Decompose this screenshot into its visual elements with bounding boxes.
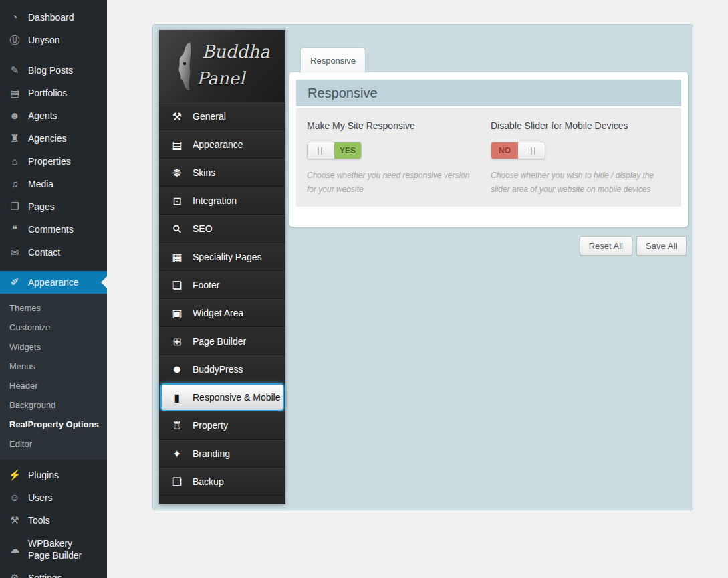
sidebar-item-pages[interactable]: ❐ Pages [0, 195, 107, 218]
panel-item-seo[interactable]: ⚲ SEO [159, 215, 285, 243]
users-icon: ☺ [8, 492, 21, 504]
lightbulb-icon: ✦ [170, 448, 184, 460]
sidebar-separator [0, 264, 107, 271]
submenu-item-customize[interactable]: Customize [0, 318, 107, 337]
sidebar-item-dashboard[interactable]: ◔ Dashboard [0, 6, 107, 29]
panel-item-label: Integration [193, 195, 237, 206]
submenu-item-menus[interactable]: Menus [0, 357, 107, 376]
panel-item-label: Backup [193, 476, 224, 487]
bank-columns-icon: ♖ [170, 419, 184, 432]
building-icon: ♜ [8, 132, 21, 144]
appearance-submenu: Themes Customize Widgets Menus Header Ba… [0, 294, 107, 460]
widget-boxes-icon: ▣ [170, 307, 184, 320]
responsive-toggle[interactable]: YES [307, 142, 362, 159]
sidebar-item-agencies[interactable]: ♜ Agencies [0, 127, 107, 150]
panel-item-footer[interactable]: ❏ Footer [159, 271, 285, 299]
panel-item-general[interactable]: ⚒ General [159, 102, 285, 130]
pages-icon: ❐ [8, 201, 21, 213]
sidebar-item-contact[interactable]: ✉ Contact [0, 241, 107, 264]
person-icon: ☻ [8, 110, 21, 122]
sidebar-item-label: Agents [28, 110, 57, 122]
panel-item-integration[interactable]: ⊡ Integration [159, 187, 285, 215]
sidebar-item-portfolios[interactable]: ▤ Portfolios [0, 82, 107, 104]
buddypress-person-icon: ☻ [170, 363, 184, 375]
buddha-face-icon [170, 41, 198, 94]
field-help-text: Choose whether you wish to hide / displa… [491, 169, 663, 197]
responsive-settings-panel: Responsive Make My Site Responsive YES C… [289, 72, 688, 227]
toggle-handle [518, 142, 545, 159]
grip-icon [529, 147, 535, 155]
settings-sliders-icon: ⚙ [8, 572, 21, 578]
sidebar-item-media[interactable]: ♫ Media [0, 173, 107, 195]
panel-item-appearance[interactable]: ▤ Appearance [159, 130, 285, 159]
sidebar-item-comments[interactable]: ❝ Comments [0, 218, 107, 241]
sidebar-item-label: Properties [28, 155, 71, 167]
layout-document-icon: ▤ [170, 138, 184, 151]
sidebar-item-users[interactable]: ☺ Users [0, 486, 107, 509]
window-cursor-icon: ⊡ [170, 195, 184, 207]
toggle-off-label: NO [491, 142, 518, 159]
panel-item-label: Page Builder [193, 336, 246, 347]
sidebar-item-label: Contact [28, 246, 60, 258]
grip-icon [318, 147, 324, 155]
submenu-item-widgets[interactable]: Widgets [0, 337, 107, 357]
smartphone-icon: ▮ [170, 391, 184, 404]
tab-responsive[interactable]: Responsive [300, 47, 366, 73]
briefcase-backup-icon: ❒ [170, 476, 184, 488]
submenu-item-background[interactable]: Background [0, 395, 107, 415]
buddha-panel-title: Buddha Panel [202, 38, 269, 92]
sidebar-item-plugins[interactable]: ⚡ Plugins [0, 464, 107, 486]
wpbakery-icon: ☁ [8, 543, 21, 555]
submenu-item-header[interactable]: Header [0, 376, 107, 395]
panel-item-page-builder[interactable]: ⊞ Page Builder [159, 327, 285, 355]
sidebar-item-appearance[interactable]: ✐ Appearance [0, 271, 107, 294]
panel-item-responsive-mobile[interactable]: ▮ Responsive & Mobile [160, 383, 284, 411]
briefcase-icon: ▤ [8, 87, 21, 99]
actions-bar: Reset All Save All [580, 236, 687, 256]
sidebar-item-label: Plugins [28, 469, 59, 481]
sidebar-item-unyson[interactable]: Ⓤ Unyson [0, 29, 107, 52]
disable-slider-toggle[interactable]: NO [491, 142, 545, 159]
sidebar-item-agents[interactable]: ☻ Agents [0, 104, 107, 127]
sidebar-item-settings[interactable]: ⚙ Settings [0, 567, 107, 578]
posts-icon: ✎ [8, 64, 21, 76]
theme-options-container: Buddha Panel ⚒ General ▤ Appearance ☸ Sk… [152, 24, 693, 510]
submenu-item-editor[interactable]: Editor [0, 434, 107, 454]
page-plus-icon: ⊞ [170, 335, 184, 348]
panel-item-branding[interactable]: ✦ Branding [159, 440, 285, 468]
field-label: Disable Slider for Mobile Devices [491, 108, 671, 131]
ship-wheel-icon: ☸ [170, 167, 184, 179]
footer-page-icon: ❏ [170, 279, 184, 292]
sidebar-item-blog-posts[interactable]: ✎ Blog Posts [0, 59, 107, 82]
wp-admin-sidebar: ◔ Dashboard Ⓤ Unyson ✎ Blog Posts ▤ Port… [0, 0, 107, 578]
dashboard-icon: ◔ [8, 11, 21, 23]
reset-all-button[interactable]: Reset All [580, 236, 632, 256]
sidebar-item-label: Appearance [28, 276, 79, 288]
panel-item-buddypress[interactable]: ☻ BuddyPress [159, 355, 285, 383]
tools-icon: ⚒ [170, 110, 184, 123]
submenu-item-themes[interactable]: Themes [0, 298, 107, 318]
sidebar-item-tools[interactable]: ⚒ Tools [0, 509, 107, 532]
sidebar-item-properties[interactable]: ⌂ Properties [0, 150, 107, 173]
panel-item-backup[interactable]: ❒ Backup [159, 468, 285, 496]
panel-item-label: SEO [193, 223, 213, 234]
panel-item-property[interactable]: ♖ Property [159, 411, 285, 440]
field-help-text: Choose whether you need responsive versi… [307, 169, 479, 197]
sidebar-item-label: Settings [28, 572, 62, 578]
tab-label: Responsive [310, 56, 356, 66]
sidebar-item-wpbakery[interactable]: ☁ WPBakery Page Builder [0, 532, 107, 567]
plugin-icon: ⚡ [8, 469, 21, 481]
panel-item-label: Widget Area [193, 308, 243, 318]
sidebar-item-label: Dashboard [28, 11, 74, 23]
field-make-site-responsive: Make My Site Responsive YES Choose wheth… [307, 108, 487, 197]
panel-item-label: Appearance [193, 139, 243, 150]
field-disable-slider-mobile: Disable Slider for Mobile Devices NO Cho… [491, 108, 671, 197]
toggle-on-label: YES [334, 142, 361, 159]
panel-item-skins[interactable]: ☸ Skins [159, 159, 285, 187]
panel-item-widget-area[interactable]: ▣ Widget Area [159, 299, 285, 327]
submenu-item-realproperty-options[interactable]: RealProperty Options [0, 415, 107, 434]
media-icon: ♫ [8, 178, 21, 190]
save-all-button[interactable]: Save All [636, 236, 687, 256]
sidebar-item-label: Pages [28, 201, 55, 213]
panel-item-speciality-pages[interactable]: ▦ Speciality Pages [159, 243, 285, 271]
